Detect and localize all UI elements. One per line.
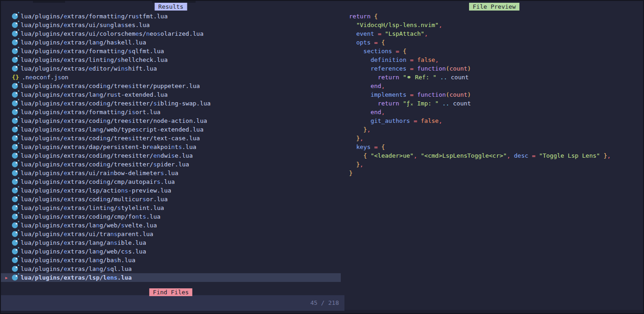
code-line: return "⚭ Ref: " .. count — [349, 73, 611, 82]
result-row[interactable]: lua/plugins/extras/ui/transparent.lua — [1, 230, 341, 238]
prompt-title: Find Files — [149, 288, 192, 296]
file-path: lua/plugins/extras/ui/transparent.lua — [21, 230, 153, 238]
fuzzy-match-char: e — [64, 117, 67, 124]
fuzzy-match-char: n — [44, 74, 47, 81]
file-path: lua/plugins/extras/coding/treesitter/nod… — [21, 116, 207, 125]
result-row[interactable]: lua/plugins/extras/coding/treesitter/spi… — [1, 160, 341, 169]
prompt-bar[interactable]: ❯ens 45 / 218 — [1, 295, 344, 311]
file-path: lua/plugins/extras/ui/colorschemes/neoso… — [21, 29, 203, 38]
file-path: lua/plugins/extras/lang/rust-extended.lu… — [21, 90, 168, 99]
result-row[interactable]: lua/plugins/extras/coding/multicursor.lu… — [1, 195, 341, 204]
preview-panel: File Preview return { "VidocqH/lsp-lens.… — [345, 1, 643, 313]
fuzzy-match-char: n — [157, 152, 160, 159]
file-path: lua/plugins/extras/lsp/lens.lua — [21, 273, 132, 282]
result-row[interactable]: lua/plugins/extras/lang/web/svelte.lua — [1, 221, 341, 230]
code-line: "VidocqH/lsp-lens.nvim", — [349, 21, 611, 29]
fuzzy-match-char: e — [64, 265, 67, 272]
fuzzy-match-char: e — [64, 22, 67, 28]
fuzzy-match-char: n — [96, 126, 99, 133]
result-row[interactable]: lua/plugins/extras/lang/bash.lua — [1, 256, 341, 264]
fuzzy-match-char: e — [64, 39, 67, 46]
result-row[interactable]: lua/plugins/extras/coding/cmp/fonts.lua — [1, 212, 341, 221]
result-row[interactable]: lua/plugins/extras/coding/treesitter/end… — [1, 151, 341, 160]
fuzzy-match-char: s — [132, 109, 136, 116]
result-row[interactable]: lua/plugins/extras/coding/treesitter/sib… — [1, 99, 341, 108]
code-line: git_authors = false, — [349, 116, 611, 125]
result-row[interactable]: lua/plugins/extras/formatting/isort.lua — [1, 108, 341, 116]
code-line: return { — [349, 12, 611, 21]
fuzzy-match-char: e — [64, 100, 67, 107]
preview-code: return { "VidocqH/lsp-lens.nvim", event … — [349, 12, 611, 177]
result-row-selected[interactable]: ▸lua/plugins/extras/lsp/lens.lua — [1, 273, 341, 282]
lua-file-icon — [12, 57, 18, 63]
fuzzy-match-char: e — [64, 126, 67, 133]
fuzzy-match-char: e — [64, 239, 67, 246]
result-row[interactable]: lua/plugins/extras/formatting/rustfmt.lu… — [1, 12, 341, 21]
result-row[interactable]: lua/plugins/extras/formatting/sqlfmt.lua — [1, 47, 341, 55]
prompt-line[interactable]: ❯ens — [5, 295, 55, 311]
fuzzy-match-char: n — [103, 83, 107, 89]
result-row[interactable]: lua/plugins/extras/lang/web/css.lua — [1, 247, 341, 256]
lua-file-icon — [12, 92, 18, 98]
result-row[interactable]: lua/plugins/extras/linting/stylelint.lua — [1, 204, 341, 212]
result-row[interactable]: lua/plugins/extras/lang/sql.lua — [1, 264, 341, 273]
lua-file-icon — [12, 187, 18, 193]
fuzzy-match-char: n — [136, 213, 139, 220]
fuzzy-match-char: s — [121, 22, 125, 28]
file-path: lua/plugins/extras/editor/winshift.lua — [21, 64, 157, 73]
lua-file-icon — [12, 31, 18, 37]
result-row[interactable]: lua/plugins/extras/lang/ansible.lua — [1, 238, 341, 247]
results-list[interactable]: lua/plugins/extras/formatting/rustfmt.lu… — [1, 12, 341, 282]
lua-file-icon — [12, 83, 18, 89]
fuzzy-match-char: n — [107, 22, 110, 28]
result-row[interactable]: lua/plugins/extras/dap/persistent-breakp… — [1, 143, 341, 151]
result-row[interactable]: lua/plugins/extras/ui/rainbow-delimeters… — [1, 169, 341, 177]
lua-file-icon — [12, 257, 18, 263]
lua-file-icon — [12, 22, 18, 28]
file-path: lua/plugins/extras/coding/cmp/fonts.lua — [21, 212, 160, 221]
fuzzy-match-char: n — [110, 231, 114, 237]
result-row[interactable]: lua/plugins/extras/coding/cmp/autopairs.… — [1, 177, 341, 186]
lua-file-icon — [12, 179, 18, 185]
result-row[interactable]: lua/plugins/extras/lang/haskell.lua — [1, 38, 341, 47]
result-row[interactable]: lua/plugins/extras/coding/treesitter/tex… — [1, 134, 341, 143]
lua-file-icon — [12, 275, 18, 281]
fuzzy-match-char: e — [64, 135, 67, 142]
fuzzy-match-char: s — [142, 196, 146, 203]
fuzzy-match-char: n — [96, 265, 99, 272]
result-row[interactable]: lua/plugins/extras/ui/colorschemes/neoso… — [1, 29, 341, 38]
fuzzy-match-char: s — [153, 100, 157, 107]
fuzzy-match-char: s — [160, 170, 164, 176]
fuzzy-match-char: n — [96, 257, 99, 264]
code-line: end, — [349, 82, 611, 90]
fuzzy-match-char: n — [107, 204, 110, 211]
result-row[interactable]: lua/plugins/extras/editor/winshift.lua — [1, 64, 341, 73]
file-path: .neoconf.json — [22, 73, 69, 82]
lua-file-icon — [12, 13, 18, 19]
code-line: opts = { — [349, 38, 611, 47]
result-row[interactable]: lua/plugins/extras/lsp/actions-preview.l… — [1, 186, 341, 195]
fuzzy-match-char: s — [153, 161, 157, 168]
fuzzy-match-char: e — [64, 257, 67, 264]
file-path: lua/plugins/extras/lang/web/css.lua — [21, 247, 146, 256]
result-row[interactable]: lua/plugins/extras/lang/rust-extended.lu… — [1, 90, 341, 99]
fuzzy-match-char: s — [157, 30, 160, 37]
fuzzy-match-char: e — [64, 83, 67, 89]
lua-file-icon — [12, 222, 18, 228]
fuzzy-match-char: n — [117, 13, 121, 20]
file-path: lua/plugins/extras/coding/treesitter/sib… — [21, 99, 211, 108]
fuzzy-match-char: n — [103, 117, 107, 124]
result-row[interactable]: lua/plugins/extras/coding/treesitter/pup… — [1, 82, 341, 90]
fuzzy-match-char: n — [96, 248, 99, 255]
file-path: lua/plugins/extras/lang/web/svelte.lua — [21, 221, 157, 230]
result-row[interactable]: lua/plugins/extras/coding/treesitter/nod… — [1, 116, 341, 125]
result-row[interactable]: lua/plugins/extras/linting/shellcheck.lu… — [1, 55, 341, 64]
fuzzy-match-char: n — [110, 239, 114, 246]
result-row[interactable]: {}.neoconf.json — [1, 73, 341, 82]
result-row[interactable]: lua/plugins/extras/ui/sunglasses.lua — [1, 21, 341, 29]
fuzzy-match-char: e — [64, 170, 67, 176]
fuzzy-match-char: n — [171, 143, 175, 150]
fuzzy-match-char: s — [114, 274, 118, 281]
fuzzy-match-char: s — [114, 39, 118, 46]
result-row[interactable]: lua/plugins/extras/lang/web/typescript-e… — [1, 125, 341, 134]
